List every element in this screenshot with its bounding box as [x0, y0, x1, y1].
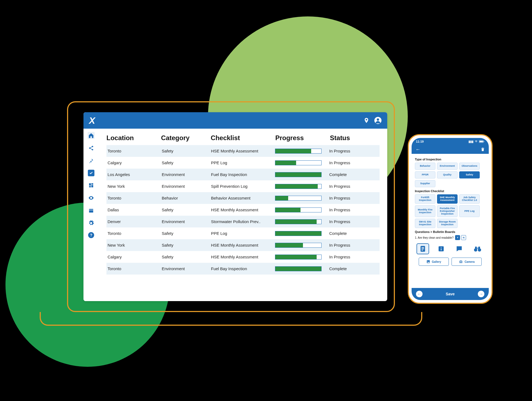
phone-frame: 11:19 ▮▮▮ ← Type of Inspection BehaviorE…	[408, 134, 493, 304]
battery-icon	[479, 140, 484, 143]
table-row[interactable]: TorontoEnvironmentFuel Bay InspectionCom…	[106, 263, 380, 275]
camera-label: Camera	[465, 260, 475, 263]
calendar-icon[interactable]	[88, 207, 95, 214]
question-text: 1. Are they clean and readable?	[415, 236, 453, 239]
table-row[interactable]: DallasSafetyHSE Monthly AssessmentIn Pro…	[106, 204, 380, 216]
cell-category: Environment	[162, 172, 211, 177]
svg-rect-6	[91, 183, 93, 185]
no-button[interactable]: N	[461, 235, 466, 240]
type-chip[interactable]: Supplier	[415, 180, 435, 187]
checkbox-icon[interactable]	[88, 170, 94, 176]
table-row[interactable]: New YorkSafetyHSE Monthly AssessmentIn P…	[106, 239, 380, 251]
type-chip[interactable]: PPSR	[415, 171, 435, 178]
cell-location: New York	[108, 243, 162, 247]
cell-location: Toronto	[108, 149, 162, 153]
trash-icon[interactable]	[481, 147, 485, 152]
gear-icon[interactable]	[88, 220, 95, 227]
svg-rect-8	[89, 186, 91, 187]
eye-icon[interactable]	[88, 194, 95, 201]
type-chip[interactable]: Environment	[437, 163, 458, 170]
home-icon[interactable]	[88, 132, 95, 139]
col-checklist: Checklist	[211, 134, 275, 142]
cell-category: Safety	[162, 243, 211, 247]
checklist-chip[interactable]: PPE Log	[459, 205, 480, 217]
next-button[interactable]: →	[478, 291, 484, 297]
svg-point-1	[377, 118, 379, 121]
app-logo: X	[89, 115, 95, 126]
cell-progress	[275, 207, 329, 212]
cell-progress	[275, 196, 329, 201]
col-status: Status	[330, 134, 380, 142]
table-content: Location Category Checklist Progress Sta…	[99, 129, 387, 301]
cell-category: Behavior	[162, 196, 211, 200]
table-row[interactable]: DenverEnvironmentStormwater Pollution Pr…	[106, 216, 380, 227]
type-chip[interactable]: Behavior	[415, 163, 435, 170]
cell-progress	[275, 184, 329, 189]
info-icon[interactable]	[435, 243, 447, 254]
binoculars-icon[interactable]	[471, 243, 484, 254]
svg-rect-16	[421, 249, 424, 249]
question-row: 1. Are they clean and readable? Y N	[415, 235, 485, 240]
cell-status: In Progress	[329, 243, 378, 247]
table-row[interactable]: TorontoBehaviorBehavior AssessmentIn Pro…	[106, 192, 380, 204]
help-icon[interactable]: ?	[88, 232, 94, 238]
cell-status: Complete	[329, 266, 378, 271]
cell-category: Safety	[162, 149, 211, 153]
share-icon[interactable]	[88, 145, 95, 152]
checklist-chip[interactable]: SHE Monthly Assessment	[437, 194, 458, 204]
cell-progress	[275, 172, 329, 177]
pin-icon[interactable]	[88, 157, 95, 164]
svg-rect-13	[484, 141, 484, 142]
svg-rect-7	[91, 185, 93, 187]
table-row[interactable]: CalgarySafetyPPE LogIn Progress	[106, 157, 380, 169]
table-header: Location Category Checklist Progress Sta…	[106, 132, 380, 145]
phone-time: 11:19	[416, 140, 424, 143]
save-button[interactable]: Save	[446, 292, 455, 296]
checklist-chip[interactable]: SM-01 Site Inspection	[415, 219, 435, 228]
phone-screen: 11:19 ▮▮▮ ← Type of Inspection BehaviorE…	[412, 138, 489, 300]
type-chip[interactable]: Observations	[459, 163, 480, 170]
gallery-button[interactable]: Gallery	[419, 258, 449, 266]
svg-point-28	[460, 261, 461, 262]
checklist-chip[interactable]: Monthly Fire Inspection	[415, 205, 435, 217]
table-row[interactable]: CalgarySafetyHSE Monthly AssessmentIn Pr…	[106, 251, 380, 263]
location-pin-icon[interactable]	[363, 117, 370, 124]
action-icon-row	[415, 242, 485, 255]
prev-button[interactable]: ←	[416, 291, 423, 297]
chat-icon[interactable]	[453, 243, 465, 254]
checklist-chip[interactable]: Forklift Inspection	[415, 194, 435, 204]
type-chip[interactable]: Quality	[437, 171, 458, 178]
checklist-chip[interactable]: Storage Room Inspection	[437, 219, 458, 228]
cell-checklist: Stormwater Pollution Prev..	[211, 219, 275, 224]
phone-bottom-bar: ← Save →	[412, 288, 489, 300]
table-row[interactable]: TorontoSafetyPPE LogComplete	[106, 227, 380, 239]
checklist-chip-row: Forklift InspectionSHE Monthly Assessmen…	[415, 194, 485, 228]
checklist-chip[interactable]: Job Safety Checklist 1.0	[459, 194, 480, 204]
dashboard-icon[interactable]	[88, 182, 95, 189]
yes-button[interactable]: Y	[455, 235, 460, 240]
cell-checklist: Spill Prevention Log	[211, 184, 275, 189]
table-row[interactable]: New YorkEnvironmentSpill Prevention LogI…	[106, 180, 380, 192]
phone-top-bar: ←	[412, 145, 489, 154]
type-chip[interactable]: Safety	[459, 171, 480, 178]
questions-label: Questions > Bulletin Boards	[415, 230, 485, 233]
profile-icon[interactable]	[374, 117, 382, 124]
desktop-app-window: X ? Location Category Checklis	[83, 112, 387, 301]
sidebar: ?	[83, 129, 99, 301]
checklist-chip[interactable]: Portable Fire Extinguisher Inspection	[437, 205, 458, 217]
svg-rect-5	[89, 183, 91, 186]
col-progress: Progress	[275, 134, 330, 142]
phone-status-bar: 11:19 ▮▮▮	[412, 138, 489, 145]
type-chip-row: BehaviorEnvironmentObservationsPPSRQuali…	[415, 163, 485, 187]
cell-progress	[275, 243, 329, 248]
table-row[interactable]: Los AngelesEnvironmentFuel Bay Inspectio…	[106, 169, 380, 180]
cell-category: Safety	[162, 160, 211, 165]
camera-button[interactable]: Camera	[452, 258, 482, 266]
cell-location: Dallas	[108, 207, 162, 212]
cell-checklist: HSE Monthly Assessment	[211, 243, 275, 247]
clipboard-icon[interactable]	[417, 243, 429, 254]
col-location: Location	[106, 134, 161, 142]
cell-category: Environment	[162, 266, 211, 271]
back-icon[interactable]: ←	[415, 147, 420, 152]
table-row[interactable]: TorontoSafetyHSE Monthly AssessmentIn Pr…	[106, 145, 380, 157]
